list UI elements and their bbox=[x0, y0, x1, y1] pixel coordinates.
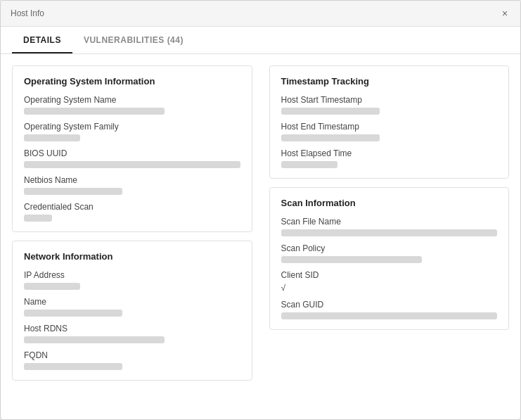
main-window: Host Info × DETAILS VULNERABILITIES (44)… bbox=[0, 0, 521, 420]
left-column: Operating System Information Operating S… bbox=[12, 65, 261, 408]
credentialed-scan-label: Credentialed Scan bbox=[24, 202, 240, 212]
network-info-title: Network Information bbox=[24, 251, 240, 262]
os-family-label: Operating System Family bbox=[24, 122, 240, 132]
field-scan-policy: Scan Policy bbox=[281, 243, 498, 263]
bios-uuid-value bbox=[24, 161, 240, 168]
host-rdns-value bbox=[24, 336, 165, 343]
ip-address-value bbox=[24, 283, 80, 290]
scan-file-name-value bbox=[281, 229, 498, 236]
field-scan-file-name: Scan File Name bbox=[281, 217, 498, 236]
os-info-card: Operating System Information Operating S… bbox=[12, 65, 252, 232]
os-family-value bbox=[24, 134, 80, 141]
field-scan-guid: Scan GUID bbox=[281, 300, 498, 319]
tab-details[interactable]: DETAILS bbox=[12, 27, 72, 53]
credentialed-scan-value bbox=[24, 215, 52, 222]
content-area: Operating System Information Operating S… bbox=[1, 54, 520, 419]
os-info-title: Operating System Information bbox=[24, 76, 240, 87]
os-name-value bbox=[24, 108, 165, 115]
client-sid-value: √ bbox=[281, 283, 288, 293]
field-credentialed-scan: Credentialed Scan bbox=[24, 202, 240, 222]
host-start-value bbox=[281, 108, 380, 115]
window-title: Host Info bbox=[11, 8, 44, 18]
name-value bbox=[24, 310, 122, 317]
host-elapsed-value bbox=[281, 161, 337, 168]
scan-policy-value bbox=[281, 256, 422, 263]
field-bios-uuid: BIOS UUID bbox=[24, 148, 240, 168]
field-netbios: Netbios Name bbox=[24, 175, 240, 195]
os-name-label: Operating System Name bbox=[24, 95, 240, 105]
fqdn-value bbox=[24, 363, 122, 370]
network-info-card: Network Information IP Address Name Host… bbox=[12, 241, 252, 381]
scan-info-title: Scan Information bbox=[281, 198, 498, 208]
host-elapsed-label: Host Elapsed Time bbox=[281, 148, 498, 158]
tab-bar: DETAILS VULNERABILITIES (44) bbox=[1, 27, 520, 54]
field-fqdn: FQDN bbox=[24, 350, 240, 370]
field-host-elapsed: Host Elapsed Time bbox=[281, 148, 498, 168]
scan-file-name-label: Scan File Name bbox=[281, 217, 498, 227]
scan-policy-label: Scan Policy bbox=[281, 243, 498, 253]
title-bar: Host Info × bbox=[1, 1, 520, 27]
field-host-rdns: Host RDNS bbox=[24, 324, 240, 343]
netbios-value bbox=[24, 188, 122, 195]
field-name: Name bbox=[24, 297, 240, 317]
host-start-label: Host Start Timestamp bbox=[281, 95, 498, 105]
field-os-family: Operating System Family bbox=[24, 122, 240, 141]
scan-info-card: Scan Information Scan File Name Scan Pol… bbox=[269, 187, 510, 330]
host-end-label: Host End Timestamp bbox=[281, 122, 498, 132]
timestamp-card: Timestamp Tracking Host Start Timestamp … bbox=[269, 65, 510, 179]
host-rdns-label: Host RDNS bbox=[24, 324, 240, 333]
fqdn-label: FQDN bbox=[24, 350, 240, 360]
close-button[interactable]: × bbox=[499, 8, 510, 19]
netbios-label: Netbios Name bbox=[24, 175, 240, 185]
field-os-name: Operating System Name bbox=[24, 95, 240, 115]
ip-address-label: IP Address bbox=[24, 270, 240, 280]
bios-uuid-label: BIOS UUID bbox=[24, 148, 240, 158]
field-host-start: Host Start Timestamp bbox=[281, 95, 498, 115]
scan-guid-label: Scan GUID bbox=[281, 300, 498, 310]
host-end-value bbox=[281, 134, 380, 141]
timestamp-title: Timestamp Tracking bbox=[281, 76, 498, 87]
field-client-sid: Client SID √ bbox=[281, 270, 498, 293]
name-label: Name bbox=[24, 297, 240, 307]
client-sid-label: Client SID bbox=[281, 270, 498, 280]
field-host-end: Host End Timestamp bbox=[281, 122, 498, 141]
field-ip-address: IP Address bbox=[24, 270, 240, 290]
right-column: Timestamp Tracking Host Start Timestamp … bbox=[261, 65, 510, 408]
scan-guid-value bbox=[281, 312, 498, 319]
tab-vulnerabilities[interactable]: VULNERABILITIES (44) bbox=[72, 27, 195, 53]
